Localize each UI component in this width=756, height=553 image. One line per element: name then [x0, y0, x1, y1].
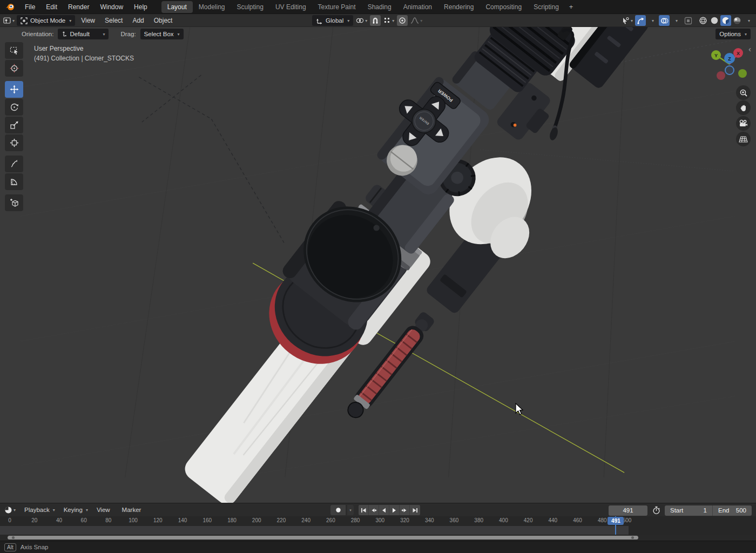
timeline-menu-keying[interactable]: Keying▾: [59, 505, 92, 515]
menu-file[interactable]: File: [19, 1, 40, 13]
gizmo-z-ball[interactable]: Z: [724, 53, 735, 64]
svg-text:Y: Y: [714, 53, 718, 58]
auto-keying-record-button[interactable]: [330, 505, 346, 515]
viewport-menu-select[interactable]: Select: [100, 15, 127, 26]
xray-toggle[interactable]: [683, 15, 693, 26]
timeline-scrollbar[interactable]: [0, 535, 756, 541]
options-dropdown[interactable]: Options ▾: [716, 29, 751, 39]
drag-mode-dropdown[interactable]: Select Box ▾: [140, 29, 184, 39]
timeline-menu-marker[interactable]: Marker: [118, 505, 149, 515]
play-reverse-button[interactable]: [379, 505, 389, 515]
proportional-editing-toggle[interactable]: [397, 15, 408, 26]
snap-toggle[interactable]: [370, 15, 381, 26]
proportional-falloff-dropdown[interactable]: ▾: [409, 15, 423, 26]
tool-select-box[interactable]: [5, 42, 23, 59]
ruler-tick-360: 360: [450, 517, 459, 523]
current-frame-field[interactable]: 491: [609, 505, 647, 516]
menu-render[interactable]: Render: [63, 1, 94, 13]
use-preview-range-button[interactable]: [651, 505, 662, 516]
menu-window[interactable]: Window: [94, 1, 129, 13]
show-gizmo-toggle[interactable]: [635, 15, 646, 26]
tab-layout[interactable]: Layout: [161, 1, 193, 13]
camera-view-button[interactable]: [736, 116, 751, 131]
transform-orientation-dropdown[interactable]: Global ▾: [312, 15, 353, 26]
timeline-menu-view[interactable]: View: [92, 505, 118, 515]
previous-keyframe-button[interactable]: [369, 505, 379, 515]
add-workspace-button[interactable]: +: [565, 2, 578, 12]
viewport-menu-object[interactable]: Object: [149, 15, 178, 26]
timeline-editor-dropdown[interactable]: ▾: [3, 504, 17, 515]
menu-edit[interactable]: Edit: [40, 1, 63, 13]
scale-icon: [10, 120, 19, 130]
tool-measure[interactable]: [5, 173, 23, 190]
tool-add-cube[interactable]: [5, 194, 23, 211]
tab-scripting[interactable]: Scripting: [528, 1, 565, 13]
tab-texture-paint[interactable]: Texture Paint: [312, 1, 362, 13]
mode-dropdown[interactable]: Object Mode ▾: [17, 15, 75, 26]
toolbar: [5, 42, 24, 212]
rifle-scope-model[interactable]: POWER ENTER: [180, 27, 650, 503]
shading-solid-button[interactable]: [709, 15, 720, 26]
orientation-dropdown[interactable]: Default ▾: [58, 29, 109, 39]
zoom-view-button[interactable]: [736, 85, 751, 100]
pan-view-button[interactable]: [736, 100, 751, 115]
shading-wireframe-button[interactable]: [698, 15, 708, 26]
timeline-clock-icon: [4, 506, 12, 514]
object-visibility-dropdown[interactable]: ▾: [620, 15, 634, 26]
menu-help[interactable]: Help: [129, 1, 153, 13]
gizmo-dropdown[interactable]: ▾: [647, 15, 658, 26]
tab-compositing[interactable]: Compositing: [480, 1, 528, 13]
toggle-perspective-button[interactable]: [736, 132, 751, 146]
timeline-menu-playback[interactable]: Playback▾: [20, 505, 59, 515]
shading-rendered-button[interactable]: [732, 15, 742, 26]
overlays-dropdown[interactable]: ▾: [671, 15, 681, 26]
viewport-3d-scene[interactable]: POWER ENTER: [0, 27, 756, 503]
viewport-menu-add[interactable]: Add: [127, 15, 148, 26]
object-mode-icon: [21, 17, 28, 24]
magnifier-icon: [739, 89, 748, 97]
keying-set-dropdown[interactable]: ▾: [347, 505, 354, 515]
tool-move[interactable]: [5, 81, 23, 98]
start-frame-field[interactable]: Start 1: [665, 507, 712, 514]
gizmo-y-ball[interactable]: Y: [711, 50, 721, 60]
shading-dropdown[interactable]: ▾: [743, 15, 754, 26]
jump-to-end-button[interactable]: [410, 505, 420, 515]
editor-type-dropdown[interactable]: ▾: [2, 15, 16, 26]
play-button[interactable]: [389, 505, 400, 515]
tab-rendering[interactable]: Rendering: [438, 1, 480, 13]
drag-mode-value: Select Box: [144, 31, 174, 37]
viewport-3d[interactable]: POWER ENTER: [0, 27, 756, 503]
viewport-menu-view[interactable]: View: [76, 15, 100, 26]
navigation-gizmo[interactable]: Y X Z: [708, 48, 752, 86]
gizmo-neg-z-ball[interactable]: [725, 66, 734, 75]
blender-logo-icon[interactable]: [4, 2, 16, 12]
tab-modeling[interactable]: Modeling: [193, 1, 231, 13]
tool-scale[interactable]: [5, 117, 23, 133]
tool-transform[interactable]: [5, 134, 23, 151]
camera-icon: [739, 119, 748, 127]
scrollbar-thumb[interactable]: [8, 536, 638, 539]
gizmo-neg-y-ball[interactable]: [738, 69, 747, 78]
ruler-tick-100: 100: [129, 517, 138, 523]
next-keyframe-button[interactable]: [400, 505, 410, 515]
pivot-point-dropdown[interactable]: ▾: [355, 15, 368, 26]
end-frame-field[interactable]: End 500: [713, 507, 752, 514]
current-frame-badge[interactable]: 491: [608, 517, 624, 525]
orientation-default-icon: [62, 31, 67, 37]
tool-cursor[interactable]: [5, 60, 23, 77]
timeline-ruler[interactable]: 0204060801001201401601802002202402602803…: [0, 516, 756, 535]
tab-uv-editing[interactable]: UV Editing: [269, 1, 312, 13]
gizmo-neg-x-ball[interactable]: [717, 71, 725, 80]
tool-annotate[interactable]: [5, 156, 23, 172]
shading-material-button[interactable]: [720, 15, 731, 26]
tab-sculpting[interactable]: Sculpting: [231, 1, 269, 13]
jump-to-start-button[interactable]: [359, 505, 369, 515]
gizmo-x-ball[interactable]: X: [733, 48, 743, 58]
tab-animation[interactable]: Animation: [397, 1, 438, 13]
grid-perspective-icon: [739, 136, 748, 143]
show-overlays-toggle[interactable]: [659, 15, 670, 26]
sidebar-collapse-arrow[interactable]: ‹: [748, 44, 751, 53]
tab-shading[interactable]: Shading: [362, 1, 397, 13]
tool-rotate[interactable]: [5, 99, 23, 116]
snap-target-dropdown[interactable]: ▾: [382, 15, 395, 26]
